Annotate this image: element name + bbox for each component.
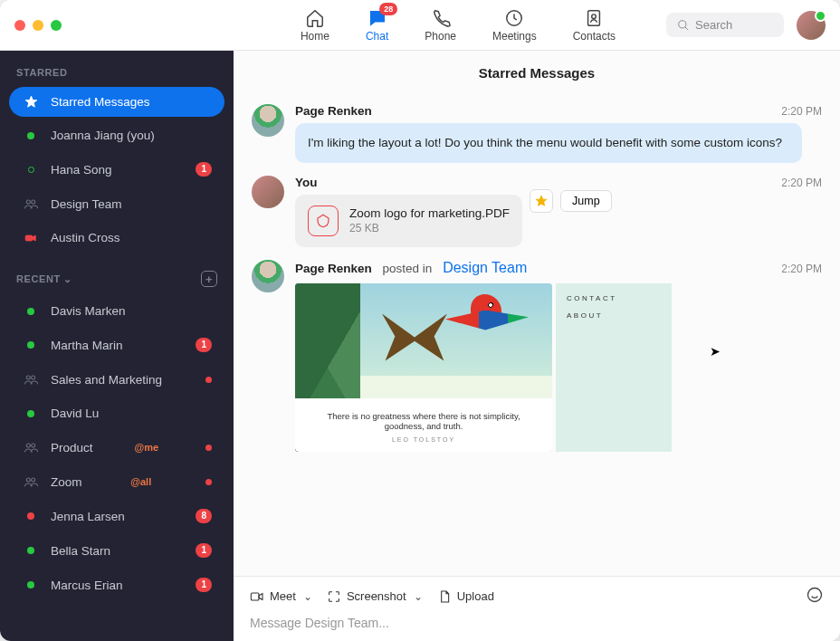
nav-chat-label: Chat xyxy=(366,30,388,43)
message-input[interactable]: Message Design Team... xyxy=(250,616,824,630)
message-row: You 2:20 PM Zoom logo for marketing.PDF xyxy=(252,176,822,247)
svg-point-4 xyxy=(26,200,30,204)
unread-dot xyxy=(205,479,212,485)
jump-button[interactable]: Jump xyxy=(560,190,612,212)
smile-icon xyxy=(806,586,824,604)
presence-icon xyxy=(22,341,40,349)
unread-dot xyxy=(205,445,212,451)
sidebar-section-recent[interactable]: RECENT ⌄ + xyxy=(0,254,234,294)
sidebar-item-bella[interactable]: Bella Starn 1 xyxy=(9,535,224,566)
avatar[interactable] xyxy=(252,176,284,208)
nav-contacts[interactable]: Contacts xyxy=(573,8,616,43)
avatar[interactable] xyxy=(252,104,284,137)
sidebar-item-label: Design Team xyxy=(51,197,122,211)
search-input[interactable]: Search xyxy=(666,13,784,37)
unread-badge: 1 xyxy=(196,543,212,558)
upload-button[interactable]: Upload xyxy=(437,589,494,604)
screenshot-button[interactable]: Screenshot xyxy=(327,589,423,604)
presence-icon xyxy=(22,167,40,173)
image-quote: There is no greatness where there is not… xyxy=(295,398,552,452)
file-attachment[interactable]: Zoom logo for marketing.PDF 25 KB xyxy=(295,195,522,247)
sidebar-item-product[interactable]: Product @me xyxy=(9,432,224,463)
svg-rect-13 xyxy=(251,593,259,600)
top-nav: Home 28 Chat Phone Meetings Contacts xyxy=(301,8,616,43)
svg-point-5 xyxy=(32,200,35,204)
video-icon xyxy=(250,589,264,604)
message-composer: Meet Screenshot Upload Message Design Te… xyxy=(234,576,840,641)
message-row: Page Renken 2:20 PM I'm liking the layou… xyxy=(252,104,822,163)
svg-point-14 xyxy=(808,588,822,602)
sidebar-item-jenna[interactable]: Jenna Larsen 8 xyxy=(9,501,224,531)
channel-link[interactable]: Design Team xyxy=(443,260,527,276)
sidebar-item-label: Hana Song xyxy=(51,163,112,177)
sidebar-item-label: Joanna Jiang (you) xyxy=(51,129,155,142)
file-name: Zoom logo for marketing.PDF xyxy=(349,206,510,220)
sidebar-item-davis[interactable]: Davis Marken xyxy=(9,296,224,326)
sidebar-item-label: Marcus Erian xyxy=(51,579,123,592)
meet-button[interactable]: Meet xyxy=(250,589,312,604)
sender-name: You xyxy=(295,176,318,189)
sidebar-item-austin[interactable]: Austin Cross xyxy=(9,223,224,253)
nav-phone[interactable]: Phone xyxy=(425,8,456,43)
home-icon xyxy=(305,8,325,28)
image-attachment[interactable]: There is no greatness where there is not… xyxy=(295,283,822,452)
sidebar-item-zoom[interactable]: Zoom @all xyxy=(9,466,224,497)
svg-rect-6 xyxy=(25,235,33,241)
sidebar-item-label: Davis Marken xyxy=(51,304,126,318)
maximize-window-icon[interactable] xyxy=(51,20,62,31)
timestamp: 2:20 PM xyxy=(781,263,822,275)
timestamp: 2:20 PM xyxy=(781,177,822,189)
presence-icon xyxy=(22,308,40,315)
message-text[interactable]: I'm liking the layout a lot! Do you thin… xyxy=(295,123,802,163)
message-list[interactable]: Page Renken 2:20 PM I'm liking the layou… xyxy=(234,91,840,576)
decorative-image xyxy=(445,294,525,349)
page-title: Starred Messages xyxy=(234,51,840,91)
presence-icon xyxy=(22,410,40,417)
nav-home[interactable]: Home xyxy=(301,8,329,43)
file-icon xyxy=(437,589,452,604)
nav-meetings-label: Meetings xyxy=(492,30,537,43)
sidebar-item-starred-messages[interactable]: Starred Messages xyxy=(9,87,224,117)
sidebar: STARRED Starred Messages Joanna Jiang (y… xyxy=(0,51,234,641)
search-icon xyxy=(677,19,690,32)
sidebar-item-hana[interactable]: Hana Song 1 xyxy=(9,154,224,185)
nav-home-label: Home xyxy=(301,30,329,43)
sidebar-item-label: Jenna Larsen xyxy=(51,510,125,523)
svg-point-7 xyxy=(26,376,30,379)
sidebar-item-marcus[interactable]: Marcus Erian 1 xyxy=(9,569,224,600)
svg-point-9 xyxy=(26,444,30,447)
profile-avatar[interactable] xyxy=(797,11,826,40)
clock-icon xyxy=(504,8,524,28)
unread-badge: 8 xyxy=(196,509,212,523)
svg-point-2 xyxy=(592,14,597,18)
sidebar-section-starred: STARRED xyxy=(0,51,234,85)
star-icon xyxy=(22,95,40,109)
unread-badge: 1 xyxy=(196,578,212,592)
search-placeholder: Search xyxy=(695,18,732,32)
close-window-icon[interactable] xyxy=(14,20,25,31)
add-recent-button[interactable]: + xyxy=(201,271,217,287)
sidebar-item-design-team[interactable]: Design Team xyxy=(9,188,224,219)
mention-badge: @me xyxy=(134,442,158,453)
nav-chat[interactable]: 28 Chat xyxy=(366,8,388,43)
presence-icon xyxy=(22,512,40,520)
unread-badge: 1 xyxy=(196,162,212,177)
minimize-window-icon[interactable] xyxy=(33,20,43,31)
sidebar-item-david[interactable]: David Lu xyxy=(9,398,224,428)
window-traffic-lights[interactable] xyxy=(14,20,62,31)
chat-badge: 28 xyxy=(379,3,397,15)
team-icon xyxy=(22,196,40,211)
star-button[interactable] xyxy=(530,189,553,213)
team-icon xyxy=(22,372,40,387)
team-icon xyxy=(22,474,40,489)
unread-dot xyxy=(205,377,212,383)
avatar[interactable] xyxy=(252,260,284,292)
nav-meetings[interactable]: Meetings xyxy=(492,8,537,43)
decorative-image xyxy=(382,314,447,361)
sidebar-item-sales[interactable]: Sales and Marketing xyxy=(9,364,224,395)
titlebar: Home 28 Chat Phone Meetings Contacts S xyxy=(0,0,840,51)
sidebar-item-martha[interactable]: Martha Marin 1 xyxy=(9,330,224,360)
emoji-button[interactable] xyxy=(806,586,824,607)
sidebar-item-label: Starred Messages xyxy=(51,95,150,109)
sidebar-item-joanna[interactable]: Joanna Jiang (you) xyxy=(9,120,224,150)
